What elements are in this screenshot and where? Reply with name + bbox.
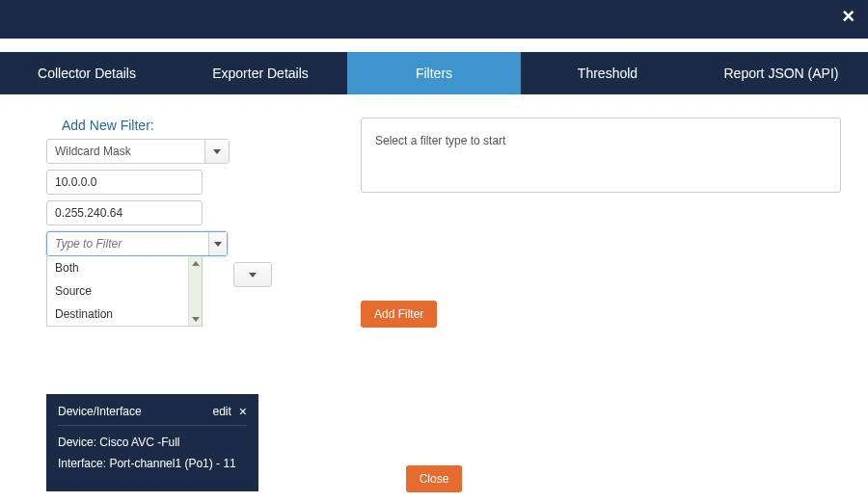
tab-collector-details[interactable]: Collector Details [0,52,174,94]
device-row: Device: Cisco AVC -Full [58,436,247,449]
wildcard-mask-value: Wildcard Mask [47,140,205,163]
scroll-down-icon[interactable] [189,312,202,326]
filter-type-input[interactable] [47,232,208,255]
add-new-filter-label: Add New Filter: [62,118,336,133]
ip-address-input[interactable] [46,170,203,195]
chevron-down-icon[interactable] [208,232,227,255]
card-close-icon[interactable]: × [239,404,247,419]
tab-threshold[interactable]: Threshold [521,52,694,94]
scroll-up-icon[interactable] [189,256,202,270]
spacer [0,39,868,52]
tab-bar: Collector Details Exporter Details Filte… [0,52,868,94]
device-label: Device: [58,436,99,449]
card-title: Device/Interface [58,405,142,418]
close-button[interactable]: Close [406,465,463,492]
tab-exporter-details[interactable]: Exporter Details [174,52,347,94]
wildcard-mask-select[interactable]: Wildcard Mask [46,139,230,164]
options-scrollbar[interactable] [188,256,202,326]
secondary-dropdown[interactable] [233,262,272,287]
option-source[interactable]: Source [47,279,202,303]
filter-type-combo[interactable] [46,231,228,256]
tab-report-json[interactable]: Report JSON (API) [694,52,868,94]
option-destination[interactable]: Destination [47,303,202,326]
device-value: Cisco AVC -Full [99,436,179,449]
filter-preview-text: Select a filter type to start [375,134,505,147]
wildcard-mask-input[interactable] [46,200,203,225]
close-icon[interactable]: × [842,6,854,27]
footer: Close [0,465,868,492]
option-both[interactable]: Both [47,256,202,279]
card-edit-link[interactable]: edit [212,405,231,418]
chevron-down-icon[interactable] [205,140,229,163]
tab-filters[interactable]: Filters [347,52,521,94]
add-filter-button[interactable]: Add Filter [361,301,437,328]
title-bar: × [0,0,868,39]
filter-type-options: Both Source Destination [46,256,203,327]
filter-preview-box: Select a filter type to start [361,118,841,193]
